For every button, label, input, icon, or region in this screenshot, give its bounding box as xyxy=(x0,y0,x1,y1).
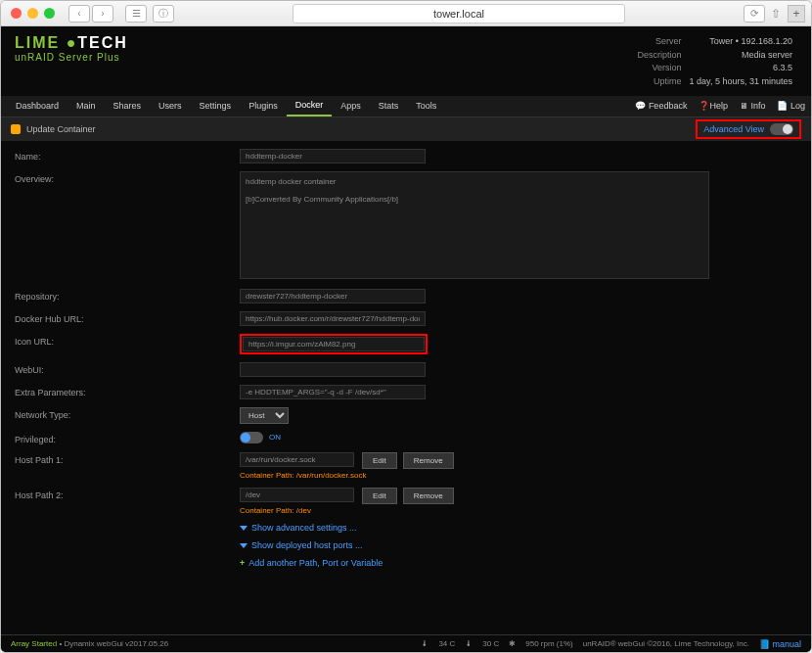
name-label: Name: xyxy=(15,149,240,162)
server-name: Tower • 192.168.1.20 xyxy=(687,36,795,48)
advanced-view-link[interactable]: Advanced View xyxy=(703,124,764,134)
temp1: 34 C xyxy=(438,639,455,648)
extra-label: Extra Parameters: xyxy=(15,385,240,397)
hp1-label: Host Path 1: xyxy=(15,452,240,465)
icon-url-highlight xyxy=(240,334,428,354)
tab-apps[interactable]: Apps xyxy=(332,96,370,116)
app-header: LIME ●TECH unRAID Server Plus ServerTowe… xyxy=(1,26,811,96)
container-icon xyxy=(11,124,21,134)
ver-label: Version xyxy=(460,63,685,74)
footer: Array Started • Dynamix webGui v2017.05.… xyxy=(1,634,811,652)
logo: LIME ●TECH unRAID Server Plus xyxy=(15,34,128,90)
icon-input[interactable] xyxy=(243,337,425,351)
log-link[interactable]: 📄 Log xyxy=(777,101,805,111)
webui-input[interactable] xyxy=(240,362,426,377)
array-status: Array Started xyxy=(11,639,57,648)
extra-input[interactable] xyxy=(240,385,426,399)
fan-rpm: 950 rpm (1%) xyxy=(525,639,572,648)
logo-text-1: LIME xyxy=(15,34,60,51)
hub-label: Docker Hub URL: xyxy=(15,311,240,324)
back-button[interactable]: ‹ xyxy=(68,5,90,23)
manual-link[interactable]: 📘 manual xyxy=(759,639,801,649)
repo-input[interactable] xyxy=(240,289,426,303)
forward-button[interactable]: › xyxy=(92,5,113,23)
hp2-input[interactable] xyxy=(240,488,354,502)
maximize-icon[interactable] xyxy=(44,8,55,19)
webui-label: WebUI: xyxy=(15,362,240,375)
priv-toggle[interactable] xyxy=(240,432,263,443)
tab-docker[interactable]: Docker xyxy=(287,95,333,117)
advanced-view-highlight: Advanced View xyxy=(696,119,801,139)
hp1-edit-button[interactable]: Edit xyxy=(362,452,397,469)
hp1-container-path: Container Path: /var/run/docker.sock xyxy=(240,471,454,480)
tab-main[interactable]: Main xyxy=(68,96,105,116)
net-select[interactable]: Host xyxy=(240,407,289,424)
form-area: Name: Overview:hddtemp docker container … xyxy=(1,141,811,634)
server-label: Server xyxy=(460,36,685,48)
nav-arrows: ‹ › xyxy=(68,5,113,23)
server-version: 6.3.5 xyxy=(687,63,795,74)
new-tab-button[interactable]: + xyxy=(788,5,805,23)
name-input[interactable] xyxy=(240,149,426,163)
uptime-label: Uptime xyxy=(460,76,685,88)
tab-shares[interactable]: Shares xyxy=(105,96,151,116)
app-body: LIME ●TECH unRAID Server Plus ServerTowe… xyxy=(1,26,811,652)
tab-users[interactable]: Users xyxy=(150,96,191,116)
subbar-left: Update Container xyxy=(11,124,96,134)
fan-icon: ✱ xyxy=(509,639,516,648)
logo-leaf-icon: ● xyxy=(67,34,78,51)
priv-on-text: ON xyxy=(269,433,281,442)
logo-text-2: TECH xyxy=(77,34,128,51)
hp2-edit-button[interactable]: Edit xyxy=(362,488,397,504)
help-link[interactable]: ❓Help xyxy=(699,101,728,111)
hp1-remove-button[interactable]: Remove xyxy=(403,452,454,469)
server-uptime: 1 day, 5 hours, 31 minutes xyxy=(687,76,795,88)
overview-textarea[interactable]: hddtemp docker container [b]Converted By… xyxy=(240,171,709,279)
main-tabs: Dashboard Main Shares Users Settings Plu… xyxy=(1,96,811,117)
sub-bar: Update Container Advanced View xyxy=(1,117,811,141)
advanced-view-toggle[interactable] xyxy=(770,123,793,135)
close-icon[interactable] xyxy=(11,8,22,19)
icon-label: Icon URL: xyxy=(15,334,240,347)
desc-label: Description xyxy=(460,50,685,62)
tab-settings[interactable]: Settings xyxy=(191,96,241,116)
hp2-label: Host Path 2: xyxy=(15,488,240,500)
hp1-input[interactable] xyxy=(240,452,354,467)
tab-tools[interactable]: Tools xyxy=(407,96,445,116)
server-desc: Media server xyxy=(687,50,795,62)
add-path-link[interactable]: Add another Path, Port or Variable xyxy=(240,558,383,568)
browser-window: ‹ › ☰ ⓘ tower.local ⟳ ⇧ ⧉ + LIME ●TECH u… xyxy=(0,0,812,653)
repo-label: Repository: xyxy=(15,289,240,302)
logo-sub: unRAID Server Plus xyxy=(15,52,128,63)
titlebar: ‹ › ☰ ⓘ tower.local ⟳ ⇧ ⧉ + xyxy=(1,1,811,26)
copyright: unRAID® webGui ©2016, Lime Technology, I… xyxy=(583,639,749,648)
mb-temp-icon: 🌡 xyxy=(465,639,473,648)
hp2-container-path: Container Path: /dev xyxy=(240,506,454,515)
hp2-remove-button[interactable]: Remove xyxy=(403,488,454,504)
reader-button[interactable]: ⓘ xyxy=(153,5,174,23)
address-bar[interactable]: tower.local xyxy=(293,4,625,23)
temp2: 30 C xyxy=(482,639,499,648)
minimize-icon[interactable] xyxy=(27,8,38,19)
tab-stats[interactable]: Stats xyxy=(370,96,408,116)
feedback-link[interactable]: 💬 Feedback xyxy=(635,101,687,111)
net-label: Network Type: xyxy=(15,407,240,420)
tab-plugins[interactable]: Plugins xyxy=(240,96,287,116)
info-link[interactable]: 🖥 Info xyxy=(740,101,766,111)
address-bar-wrap: tower.local xyxy=(180,4,738,23)
cpu-temp-icon: 🌡 xyxy=(421,639,429,648)
tab-dashboard[interactable]: Dashboard xyxy=(7,96,68,116)
sidebar-button[interactable]: ☰ xyxy=(125,5,147,23)
hub-input[interactable] xyxy=(240,311,426,326)
server-info: ServerTower • 192.168.1.20 DescriptionMe… xyxy=(458,34,797,90)
show-advanced-link[interactable]: Show advanced settings ... xyxy=(240,523,357,533)
share-icon[interactable]: ⇧ xyxy=(771,7,781,21)
dynamix-version: • Dynamix webGui v2017.05.26 xyxy=(59,639,168,648)
window-controls xyxy=(11,8,55,19)
show-ports-link[interactable]: Show deployed host ports ... xyxy=(240,540,363,550)
priv-label: Privileged: xyxy=(15,432,240,444)
tab-right: 💬 Feedback ❓Help 🖥 Info 📄 Log xyxy=(635,101,805,111)
page-title: Update Container xyxy=(26,124,96,134)
overview-label: Overview: xyxy=(15,171,240,184)
reload-button[interactable]: ⟳ xyxy=(744,5,765,23)
